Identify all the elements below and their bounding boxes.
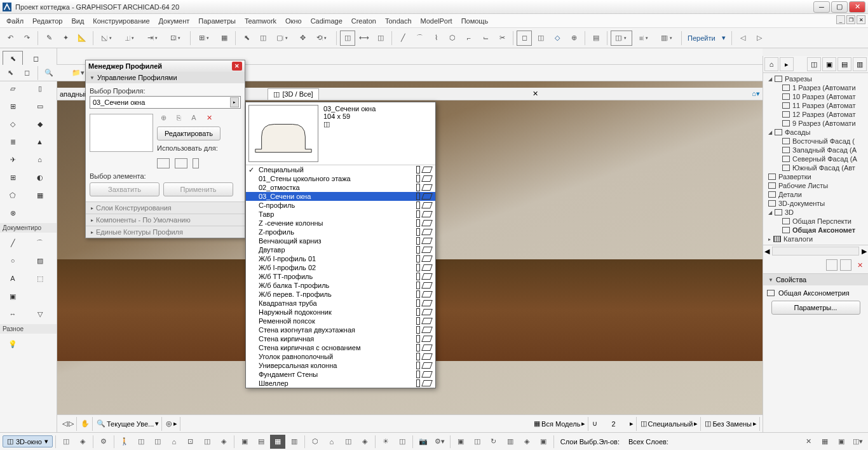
label-tool[interactable]: ⬚ bbox=[30, 271, 50, 286]
folder-icon[interactable]: 📁▾ bbox=[71, 65, 86, 81]
explode-button[interactable]: ◫ bbox=[373, 31, 388, 46]
contours-section[interactable]: ▸Единые Контуры Профиля bbox=[86, 226, 245, 238]
move-button[interactable]: ✥ bbox=[295, 31, 310, 46]
nav-tab-2[interactable]: ▣ bbox=[822, 57, 836, 71]
camera-tool[interactable] bbox=[30, 336, 50, 351]
dropdown-item[interactable]: Венчающий карниз bbox=[246, 236, 435, 245]
scroll-r-icon[interactable]: ▷ bbox=[69, 419, 74, 428]
dropdown-item[interactable]: Швеллер bbox=[246, 379, 435, 388]
plane-tool[interactable]: ✈ bbox=[3, 152, 23, 167]
group-button[interactable]: ◫ bbox=[340, 31, 355, 46]
dropdown-item[interactable]: С-профиль bbox=[246, 201, 435, 210]
view-tool[interactable]: ◫▾ bbox=[611, 31, 632, 46]
nav-tab-3[interactable]: ▤ bbox=[837, 57, 851, 71]
menu-teamwork[interactable]: Teamwork bbox=[241, 16, 280, 26]
dropdown-item[interactable]: Универсальная колонна bbox=[246, 361, 435, 370]
delete-view-icon[interactable]: ✕ bbox=[854, 259, 865, 271]
wall-tool[interactable]: ▱ bbox=[3, 81, 23, 96]
measure-button[interactable]: 📐 bbox=[74, 31, 90, 46]
nav-tab-1[interactable]: ◫ bbox=[807, 57, 821, 71]
layers-section[interactable]: ▸Слои Конструирования bbox=[86, 201, 245, 214]
select-tool[interactable]: ◻ bbox=[25, 51, 46, 66]
dropdown-item[interactable]: Ж/б ТТ-профиль bbox=[246, 272, 435, 281]
bt-6[interactable]: ⌂ bbox=[166, 435, 182, 449]
menu-view[interactable]: Вид bbox=[67, 16, 88, 26]
grid-tool[interactable]: ⊞▾ bbox=[194, 31, 215, 46]
grid-elem-tool[interactable]: ⊗ bbox=[3, 205, 23, 221]
bt-4[interactable]: ◫ bbox=[133, 435, 149, 449]
new-view-icon[interactable] bbox=[826, 259, 837, 271]
special-label[interactable]: Специальный bbox=[648, 420, 693, 428]
bt-14[interactable]: ⬡ bbox=[308, 435, 323, 449]
bt-19[interactable]: ⚙▾ bbox=[432, 435, 447, 449]
menu-parameters[interactable]: Параметры bbox=[194, 16, 240, 26]
doc-close-button[interactable]: ✕ bbox=[857, 15, 865, 24]
menu-file[interactable]: Файл bbox=[3, 16, 27, 26]
dropdown-item[interactable]: Z-профиль bbox=[246, 228, 435, 236]
noreplace-label[interactable]: Без Замены bbox=[712, 420, 752, 428]
dropdown-item[interactable]: Фундамент Стены bbox=[246, 370, 435, 379]
menu-editor[interactable]: Редактор bbox=[29, 16, 66, 26]
lamp-tool[interactable]: 💡 bbox=[3, 336, 23, 351]
bt-15[interactable]: ⌂ bbox=[324, 435, 339, 449]
arrow-tool[interactable]: ⬉ bbox=[3, 51, 23, 66]
goto-label[interactable]: Перейти bbox=[685, 34, 718, 42]
bt-16[interactable]: ◫ bbox=[341, 435, 356, 449]
bt-end-3[interactable]: ▣ bbox=[834, 435, 849, 449]
maximize-button[interactable]: ▢ bbox=[831, 1, 848, 13]
window-tool[interactable]: ⊞ bbox=[3, 99, 23, 114]
dim-button[interactable]: ⟷ bbox=[356, 31, 372, 46]
lasso-tool[interactable]: ◇ bbox=[550, 31, 565, 46]
nav-mode-arrow[interactable]: ▸ bbox=[780, 57, 794, 71]
morph-tool[interactable]: ◐ bbox=[30, 170, 50, 185]
dropdown-item[interactable]: Ж/б I-профиль 01 bbox=[246, 254, 435, 263]
window-3d-button[interactable]: ◫3D-окно▾ bbox=[3, 435, 53, 447]
fillet-tool[interactable]: ⌐ bbox=[461, 31, 477, 46]
zoom-label[interactable]: Текущее Уве... bbox=[107, 420, 154, 428]
apply-button[interactable]: Применить bbox=[163, 182, 233, 196]
bt-2[interactable]: ◈ bbox=[75, 435, 90, 449]
rename-profile-icon[interactable]: A bbox=[187, 111, 200, 124]
marquee-tool[interactable]: ◫ bbox=[533, 31, 548, 46]
dropdown-list[interactable]: Специальный✓01_Стены цокольного этажа02_… bbox=[246, 165, 435, 388]
delete-profile-icon[interactable]: ✕ bbox=[203, 111, 215, 124]
properties-header[interactable]: ▼Свойства bbox=[763, 273, 868, 285]
arc-tool[interactable]: ⌒ bbox=[412, 31, 427, 46]
dropdown-item[interactable]: Ж/б балка Т-профиль bbox=[246, 281, 435, 290]
dropdown-item[interactable]: Ж/б I-профиль 02 bbox=[246, 263, 435, 272]
manage-section-header[interactable]: ▼Управление Профилями bbox=[86, 72, 245, 83]
zone-tool[interactable]: ▦ bbox=[30, 188, 50, 203]
use-column-icon[interactable] bbox=[193, 158, 199, 168]
bt-end-4[interactable]: ◫▾ bbox=[850, 435, 865, 449]
menu-construction[interactable]: Конструирование bbox=[89, 16, 153, 26]
dropdown-item[interactable]: Ж/б перев. Т-профиль bbox=[246, 290, 435, 299]
dialog-close-button[interactable]: ✕ bbox=[232, 62, 242, 71]
bt-18[interactable]: ◫ bbox=[395, 435, 410, 449]
scroll-left-icon[interactable]: ◀ bbox=[764, 247, 770, 256]
zoom-icon[interactable]: 🔍 bbox=[97, 419, 105, 428]
use-wall-icon[interactable] bbox=[157, 158, 170, 168]
nav-mode-1[interactable]: ⌂ bbox=[764, 57, 778, 71]
figure-tool[interactable]: ▣ bbox=[3, 289, 23, 304]
arc-tool2[interactable]: ⌒ bbox=[30, 235, 50, 250]
doc-restore-button[interactable]: ❐ bbox=[846, 15, 855, 24]
beam-tool[interactable]: ▭ bbox=[30, 99, 50, 114]
navigator-tree[interactable]: ◢Разрезы 1 Разрез (Автомати 10 Разрез (А… bbox=[763, 73, 868, 245]
mesh-tool[interactable]: ▲ bbox=[30, 134, 50, 149]
zoom-plus-button[interactable]: 🔍 bbox=[41, 65, 57, 81]
offset-tool[interactable]: ⇥▾ bbox=[142, 31, 164, 46]
bt-11[interactable]: ▤ bbox=[254, 435, 269, 449]
tab-close-button[interactable]: ✕ bbox=[530, 90, 541, 98]
chamfer-tool[interactable]: ⌙ bbox=[478, 31, 493, 46]
bt-sun[interactable]: ☀ bbox=[378, 435, 393, 449]
constraint-tool[interactable]: ⟂▾ bbox=[119, 31, 141, 46]
bt-9[interactable]: ◈ bbox=[216, 435, 231, 449]
extend-tool[interactable]: ⊕ bbox=[566, 31, 581, 46]
column-tool[interactable]: ▯ bbox=[30, 81, 50, 96]
dropdown-item[interactable]: Z -сечение колонны bbox=[246, 219, 435, 228]
marquee-select-tool[interactable]: ◻ bbox=[19, 65, 34, 81]
profile-select[interactable]: 03_Сечени окна ▸ bbox=[90, 96, 241, 109]
redo-button[interactable]: ↷ bbox=[19, 31, 34, 46]
bt-5[interactable]: ◫ bbox=[150, 435, 165, 449]
nav-fwd-button[interactable]: ▷ bbox=[752, 31, 767, 46]
